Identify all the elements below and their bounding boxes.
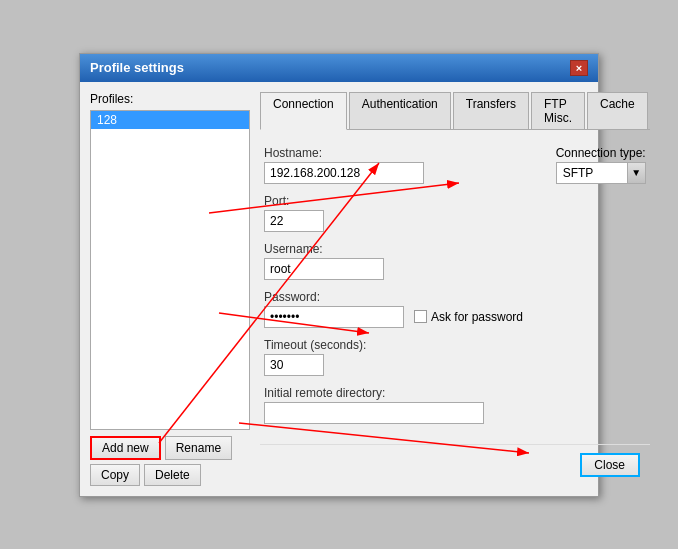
profiles-list[interactable]: 128 <box>90 110 250 430</box>
timeout-group: Timeout (seconds): <box>264 338 646 376</box>
password-row: Ask for password <box>264 306 646 328</box>
port-input[interactable] <box>264 210 324 232</box>
dialog-body: Profiles: 128 Add new Rename Copy Delete… <box>80 82 598 496</box>
tab-transfers[interactable]: Transfers <box>453 92 529 129</box>
hostname-connection-row: Hostname: Connection type: SFTP ▼ <box>264 146 646 194</box>
initial-dir-input[interactable] <box>264 402 484 424</box>
bottom-bar: Close <box>260 444 650 485</box>
close-title-button[interactable]: × <box>570 60 588 76</box>
initial-dir-label: Initial remote directory: <box>264 386 646 400</box>
hostname-label: Hostname: <box>264 146 424 160</box>
delete-button[interactable]: Delete <box>144 464 201 486</box>
ask-password-label: Ask for password <box>431 310 523 324</box>
connection-type-label: Connection type: <box>556 146 646 160</box>
hostname-input[interactable] <box>264 162 424 184</box>
password-label: Password: <box>264 290 646 304</box>
username-label: Username: <box>264 242 646 256</box>
username-group: Username: <box>264 242 646 280</box>
copy-button[interactable]: Copy <box>90 464 140 486</box>
right-panel: Connection Authentication Transfers FTP … <box>260 92 650 486</box>
connection-type-group: Connection type: SFTP ▼ <box>556 146 646 184</box>
chevron-down-icon[interactable]: ▼ <box>627 163 645 183</box>
connection-type-select[interactable]: SFTP ▼ <box>556 162 646 184</box>
password-group: Password: Ask for password <box>264 290 646 328</box>
username-input[interactable] <box>264 258 384 280</box>
profiles-panel: Profiles: 128 Add new Rename Copy Delete <box>90 92 250 486</box>
profile-buttons: Add new Rename Copy Delete <box>90 436 250 486</box>
add-new-button[interactable]: Add new <box>90 436 161 460</box>
tab-ftp-misc[interactable]: FTP Misc. <box>531 92 585 129</box>
timeout-label: Timeout (seconds): <box>264 338 646 352</box>
profile-item[interactable]: 128 <box>91 111 249 129</box>
close-button[interactable]: Close <box>580 453 640 477</box>
profiles-label: Profiles: <box>90 92 250 106</box>
tab-connection[interactable]: Connection <box>260 92 347 130</box>
ask-password-wrapper[interactable]: Ask for password <box>414 310 523 324</box>
timeout-input[interactable] <box>264 354 324 376</box>
tabs-bar: Connection Authentication Transfers FTP … <box>260 92 650 130</box>
tab-authentication[interactable]: Authentication <box>349 92 451 129</box>
connection-tab-content: Hostname: Connection type: SFTP ▼ <box>260 140 650 440</box>
title-bar: Profile settings × <box>80 54 598 82</box>
port-label: Port: <box>264 194 646 208</box>
rename-button[interactable]: Rename <box>165 436 232 460</box>
connection-type-value: SFTP <box>557 164 627 182</box>
initial-dir-group: Initial remote directory: <box>264 386 646 424</box>
dialog-title: Profile settings <box>90 60 184 75</box>
ask-password-checkbox[interactable] <box>414 310 427 323</box>
hostname-group: Hostname: <box>264 146 424 184</box>
password-input[interactable] <box>264 306 404 328</box>
port-group: Port: <box>264 194 646 232</box>
tab-cache[interactable]: Cache <box>587 92 648 129</box>
